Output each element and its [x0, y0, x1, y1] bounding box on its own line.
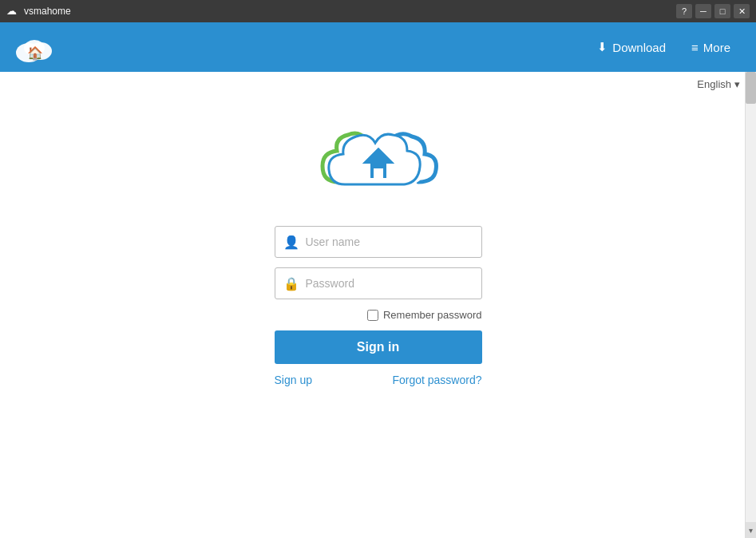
- menu-icon: ≡: [691, 41, 699, 54]
- more-label: More: [703, 41, 730, 54]
- username-wrapper: 👤: [275, 226, 482, 258]
- login-section: 👤 🔒 Remember password Sign in Sign up Fo…: [0, 90, 756, 538]
- language-bar: English ▾: [0, 72, 756, 90]
- nav-bar: 🏠 ⬇ Download ≡ More: [0, 22, 756, 72]
- chevron-down-icon: ▾: [734, 78, 740, 90]
- close-button[interactable]: ✕: [734, 4, 750, 18]
- form-links: Sign up Forgot password?: [275, 374, 482, 386]
- username-input[interactable]: [306, 235, 473, 248]
- window-controls: ? ─ □ ✕: [676, 4, 750, 18]
- more-button[interactable]: ≡ More: [679, 34, 743, 61]
- password-input[interactable]: [306, 277, 473, 290]
- login-form: 👤 🔒 Remember password Sign in Sign up Fo…: [275, 226, 482, 386]
- help-button[interactable]: ?: [676, 4, 692, 18]
- app-icon: ☁: [6, 5, 19, 18]
- forgot-password-link[interactable]: Forgot password?: [392, 374, 481, 386]
- scrollbar-thumb[interactable]: [746, 72, 756, 104]
- title-bar: ☁ vsmahome ? ─ □ ✕: [0, 0, 756, 22]
- maximize-button[interactable]: □: [714, 4, 730, 18]
- svg-text:🏠: 🏠: [27, 45, 43, 61]
- sign-up-link[interactable]: Sign up: [275, 374, 312, 386]
- content-area: English ▾: [0, 72, 756, 538]
- minimize-button[interactable]: ─: [695, 4, 711, 18]
- nav-logo: 🏠: [13, 30, 56, 64]
- password-wrapper: 🔒: [275, 267, 482, 299]
- scrollbar-down-arrow[interactable]: ▾: [746, 522, 756, 538]
- title-bar-title: vsmahome: [24, 6, 676, 17]
- scrollbar-track: ▾: [745, 72, 756, 538]
- sign-in-button[interactable]: Sign in: [275, 330, 482, 364]
- remember-checkbox[interactable]: [367, 310, 378, 321]
- language-label: English: [697, 78, 731, 90]
- app-cloud-logo: [315, 114, 442, 202]
- download-icon: ⬇: [597, 40, 608, 54]
- language-selector[interactable]: English ▾: [697, 78, 740, 90]
- download-button[interactable]: ⬇ Download: [584, 34, 679, 61]
- download-label: Download: [612, 41, 666, 54]
- user-icon: 👤: [283, 235, 299, 250]
- remember-label: Remember password: [383, 309, 482, 321]
- svg-rect-12: [374, 168, 383, 178]
- lock-icon: 🔒: [283, 276, 299, 291]
- remember-row: Remember password: [367, 309, 482, 321]
